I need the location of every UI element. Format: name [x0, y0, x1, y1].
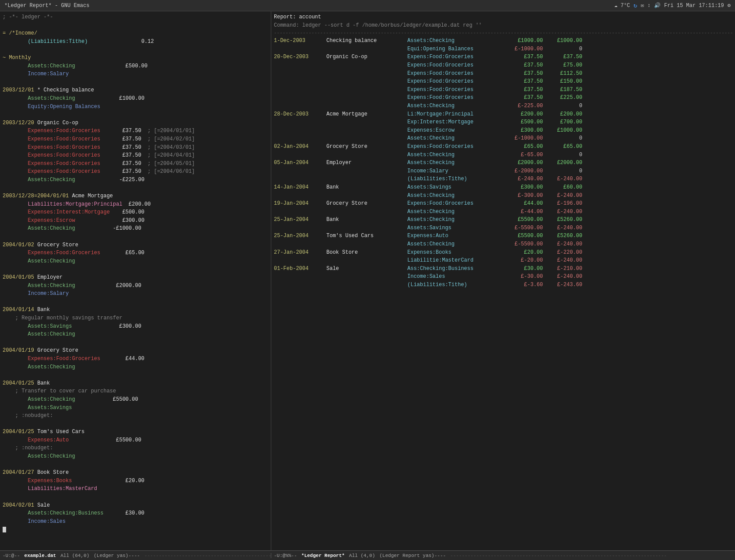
- report-payee: [326, 256, 407, 265]
- report-date: 1-Dec-2003: [274, 37, 326, 45]
- report-account: Expens:Food:Groceries: [407, 53, 504, 61]
- report-date: [274, 118, 326, 126]
- report-row: Assets:Checking£-44.00£-240.00: [274, 208, 732, 216]
- tx-20040125a: 2004/01/25 Bank: [3, 379, 268, 388]
- report-row: Expenses:Escrow£300.00£1000.00: [274, 126, 732, 135]
- report-row: Expens:Food:Groceries£37.50£187.50: [274, 86, 732, 94]
- report-account: Expens:Food:Groceries: [407, 86, 504, 94]
- report-date: [274, 61, 326, 70]
- report-amount: £300.00: [504, 126, 543, 135]
- report-row: Assets:Checking£-225.000: [274, 102, 732, 110]
- report-row: 25-Jan-2004BankAssets:Checking£5500.00£5…: [274, 216, 732, 224]
- right-filename: *Ledger Report*: [301, 553, 345, 558]
- report-total: £5260.00: [543, 232, 582, 240]
- report-date: 02-Jan-2004: [274, 143, 326, 151]
- liabilities-mastercard: Liabilities:MasterCard: [3, 485, 268, 493]
- report-row: 25-Jan-2004Tom's Used CarsExpenses:Auto£…: [274, 232, 732, 240]
- report-total: £200.00: [543, 110, 582, 119]
- report-payee: Acme Mortgage: [326, 110, 407, 119]
- report-date: [274, 256, 326, 265]
- report-entries: 1-Dec-2003Checking balanceAssets:Checkin…: [274, 37, 732, 289]
- report-amount: £2000.00: [504, 159, 543, 167]
- report-total: £2000.00: [543, 159, 582, 167]
- report-total: £60.00: [543, 183, 582, 192]
- report-total: £225.00: [543, 94, 582, 102]
- groceries-1: Expenses:Food:Groceries £37.50 ; [=2004/…: [3, 127, 268, 135]
- report-payee: Grocery Store: [326, 143, 407, 151]
- right-extra: (Ledger Report yas)----: [379, 553, 446, 558]
- weather-icon: ☁ 7°C: [614, 2, 630, 9]
- report-row: 01-Feb-2004SaleAss:Checking:Business£30.…: [274, 265, 732, 273]
- report-account: (Liabilities:Tithe): [407, 281, 504, 289]
- report-amount: £300.00: [504, 183, 543, 192]
- report-date: 14-Jan-2004: [274, 183, 326, 192]
- report-payee: [326, 151, 407, 159]
- left-filename: example.dat: [24, 553, 56, 558]
- tx-20031220: 2003/12/20 Organic Co-op: [3, 119, 268, 127]
- assets-checking-business: Assets:Checking:Business £30.00: [3, 509, 268, 518]
- report-total: £1000.00: [543, 126, 582, 135]
- tx-20040127: 2004/01/27 Book Store: [3, 469, 268, 477]
- report-date: [274, 240, 326, 248]
- income-rule: = /*Income/: [3, 29, 268, 38]
- tx-20040114: 2004/01/14 Bank: [3, 306, 268, 314]
- report-row: 28-Dec-2003Acme MortgageLi:Mortgage:Prin…: [274, 110, 732, 119]
- groceries-44: Expenses:Food:Groceries £44.00: [3, 355, 268, 363]
- statusbar-right: -U:@%%-- *Ledger Report* All (4,0) (Ledg…: [271, 553, 735, 558]
- savings-comment: ; Regular monthly savings transfer: [3, 314, 268, 322]
- report-payee: [326, 192, 407, 200]
- report-date: [274, 134, 326, 143]
- report-date: 28-Dec-2003: [274, 110, 326, 119]
- report-date: [274, 77, 326, 86]
- report-row: (Liabilities:Tithe)£-3.60£-243.60: [274, 281, 732, 289]
- report-amount: £-5500.00: [504, 224, 543, 232]
- assets-checking-monthly: Assets:Checking £500.00: [3, 62, 268, 70]
- blank-line: [3, 339, 268, 347]
- report-payee: Organic Co-op: [326, 53, 407, 61]
- report-total: £-240.00: [543, 224, 582, 232]
- report-row: Assets:Checking£-65.000: [274, 151, 732, 159]
- report-divider: ----------------------------------------…: [274, 29, 732, 37]
- report-total: £-240.00: [543, 273, 582, 281]
- report-account: Li:Mortgage:Principal: [407, 110, 504, 119]
- report-account: Income:Salary: [407, 167, 504, 175]
- liabilities-tithe-line: (Liabilities:Tithe) 0.12: [3, 38, 268, 46]
- report-row: Assets:Savings£-5500.00£-240.00: [274, 224, 732, 232]
- income-sales: Income:Sales: [3, 518, 268, 526]
- report-date: 05-Jan-2004: [274, 159, 326, 167]
- report-account: Expenses:Books: [407, 248, 504, 257]
- report-payee: Sale: [326, 265, 407, 273]
- blank-line: [3, 371, 268, 379]
- left-editor-pane[interactable]: ; -*- ledger -*- = /*Income/ (Liabilitie…: [0, 11, 271, 550]
- settings-icon[interactable]: ⚙: [728, 2, 731, 9]
- groceries-6: Expenses:Food:Groceries £37.50 ; [=2004/…: [3, 168, 268, 176]
- report-account: Assets:Checking: [407, 151, 504, 159]
- report-payee: [326, 273, 407, 281]
- report-account: Expens:Food:Groceries: [407, 77, 504, 86]
- report-account: Equi:Opening Balances: [407, 45, 504, 53]
- report-date: [274, 224, 326, 232]
- report-date: [274, 281, 326, 289]
- blank-line: [3, 21, 268, 30]
- assets-savings-300: Assets:Savings £300.00: [3, 322, 268, 331]
- report-account: Income:Sales: [407, 273, 504, 281]
- report-amount: £500.00: [504, 118, 543, 126]
- blank-line: [3, 298, 268, 306]
- assets-checking-5500: Assets:Checking £5500.00: [3, 396, 268, 404]
- report-total: £-220.00: [543, 248, 582, 257]
- report-row: 14-Jan-2004BankAssets:Savings£300.00£60.…: [274, 183, 732, 192]
- nobudget-1: ; :nobudget:: [3, 412, 268, 420]
- report-amount: £37.50: [504, 61, 543, 70]
- report-total: £-240.00: [543, 256, 582, 265]
- volume-icon: 🔊: [654, 2, 661, 9]
- tx-20031201: 2003/12/01 * Checking balance: [3, 86, 268, 94]
- report-row: 20-Dec-2003Organic Co-opExpens:Food:Groc…: [274, 53, 732, 61]
- assets-checking-1000neg: Assets:Checking -£1000.00: [3, 224, 268, 233]
- report-date: 25-Jan-2004: [274, 216, 326, 224]
- assets-checking-225: Assets:Checking -£225.00: [3, 176, 268, 184]
- report-row: Expens:Food:Groceries£37.50£150.00: [274, 77, 732, 86]
- report-account: Expenses:Auto: [407, 232, 504, 240]
- blank-line: [3, 461, 268, 469]
- report-row: Income:Sales£-30.00£-240.00: [274, 273, 732, 281]
- report-amount: £-1000.00: [504, 45, 543, 53]
